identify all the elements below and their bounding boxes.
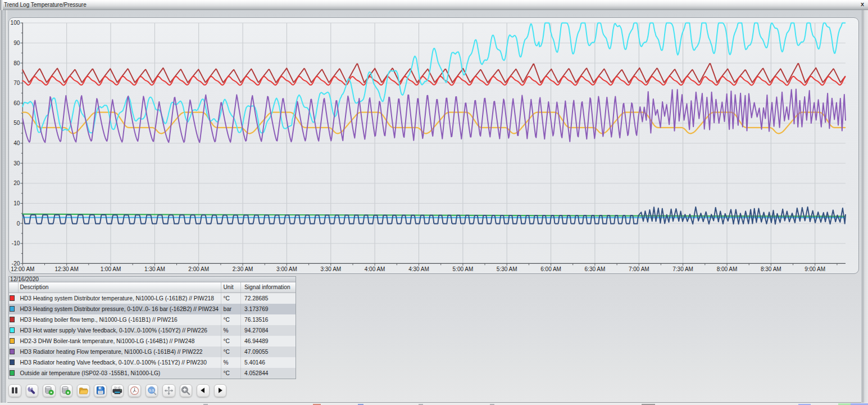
svg-text:2:00 AM: 2:00 AM [188,266,209,272]
svg-text:-10: -10 [12,240,20,246]
svg-text:5:00 AM: 5:00 AM [453,266,474,272]
svg-text:8:30 AM: 8:30 AM [761,266,781,272]
svg-text:100: 100 [11,20,20,26]
svg-text:70: 70 [13,80,20,86]
svg-text:6:00 AM: 6:00 AM [540,266,561,272]
svg-text:4:30 AM: 4:30 AM [408,266,429,272]
svg-text:1:00 AM: 1:00 AM [101,266,121,272]
svg-text:5:30 AM: 5:30 AM [497,266,517,272]
svg-text:30: 30 [13,160,20,166]
svg-text:6:30 AM: 6:30 AM [585,266,606,272]
svg-text:20: 20 [13,180,20,186]
svg-text:1:1: 1:1 [149,389,154,392]
svg-text:12:30 AM: 12:30 AM [55,266,79,272]
svg-text:90: 90 [13,40,20,46]
svg-text:7:30 AM: 7:30 AM [672,266,693,272]
svg-text:10: 10 [13,200,20,206]
svg-text:3:00 AM: 3:00 AM [276,266,297,272]
svg-text:7:00 AM: 7:00 AM [629,266,649,272]
svg-text:40: 40 [13,140,20,146]
svg-text:0: 0 [17,220,20,227]
svg-text:3:30 AM: 3:30 AM [320,266,341,272]
svg-text:8:00 AM: 8:00 AM [717,266,738,272]
svg-text:4:00 AM: 4:00 AM [365,266,385,272]
svg-text:60: 60 [13,100,20,106]
svg-text:9:00 AM: 9:00 AM [805,266,825,272]
svg-text:50: 50 [13,120,20,126]
svg-text:1:30 AM: 1:30 AM [144,266,165,272]
svg-text:80: 80 [13,60,20,66]
svg-text:2:30 AM: 2:30 AM [233,266,253,272]
svg-text:12:00 AM: 12:00 AM [11,266,34,272]
